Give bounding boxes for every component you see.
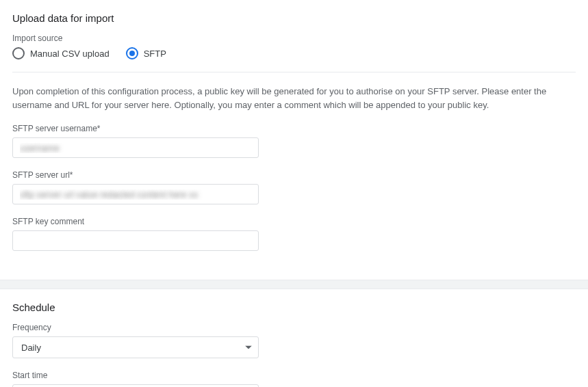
upload-title: Upload data for import [12,12,576,24]
sftp-description: Upon completion of this configuration pr… [12,85,576,111]
radio-checked-icon [126,47,138,59]
comment-input[interactable] [12,230,259,251]
url-label: SFTP server url* [12,170,576,180]
radio-sftp[interactable]: SFTP [126,47,166,59]
username-input[interactable] [12,137,259,158]
radio-unchecked-icon [12,47,25,59]
radio-sftp-label: SFTP [144,49,166,59]
start-time-field: Start time 00:00 – 01:00 [12,371,576,387]
schedule-section: Schedule Frequency Daily Start time 00:0… [0,289,588,387]
comment-label: SFTP key comment [12,217,576,226]
divider [12,72,576,72]
section-gap [0,280,588,289]
start-time-select[interactable]: 00:00 – 01:00 [12,384,259,387]
import-source-label: Import source [12,34,576,43]
frequency-value: Daily [21,343,41,353]
url-input[interactable] [12,184,259,204]
url-field: SFTP server url* [12,170,576,204]
frequency-select[interactable]: Daily [12,336,259,358]
start-time-label: Start time [12,371,576,380]
username-field: SFTP server username* [12,124,576,158]
schedule-title: Schedule [12,302,576,313]
radio-manual-csv[interactable]: Manual CSV upload [12,47,110,59]
comment-field: SFTP key comment [12,217,576,251]
username-label: SFTP server username* [12,124,576,133]
frequency-field: Frequency Daily [12,323,576,358]
radio-manual-csv-label: Manual CSV upload [30,49,110,59]
upload-section: Upload data for import Import source Man… [0,0,588,280]
frequency-label: Frequency [12,323,576,332]
import-source-radio-group: Manual CSV upload SFTP [12,47,576,59]
